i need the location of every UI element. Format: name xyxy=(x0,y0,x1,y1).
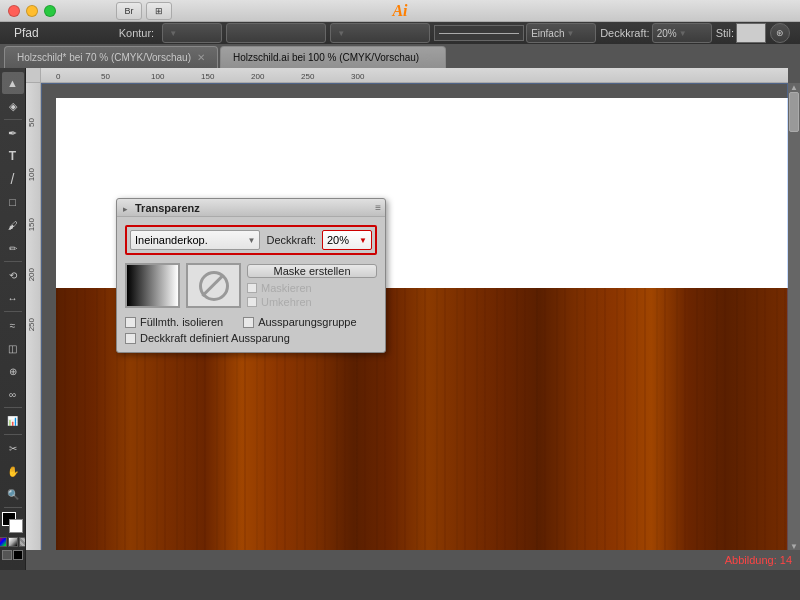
ruler-tick-4: 200 xyxy=(251,72,264,81)
color-swatches[interactable] xyxy=(2,512,24,534)
panel-opacity-input[interactable]: 20% ▼ xyxy=(322,230,372,250)
ruler-tick-6: 300 xyxy=(351,72,364,81)
deckkraft-checkbox[interactable] xyxy=(125,333,136,344)
ruler-corner xyxy=(26,68,41,83)
gradient-mode-btn[interactable] xyxy=(8,537,18,547)
bridge-button[interactable]: Br xyxy=(116,2,142,20)
umkehren-checkbox[interactable] xyxy=(247,297,257,307)
stroke-arrow: ▼ xyxy=(337,29,345,38)
scrollbar-v-down[interactable]: ▼ xyxy=(788,542,800,550)
rotate-tool[interactable]: ⟲ xyxy=(2,264,24,286)
ruler-tick-2: 100 xyxy=(151,72,164,81)
direct-selection-tool[interactable]: ◈ xyxy=(2,95,24,117)
aussparungsgruppe-label: Aussparungsgruppe xyxy=(258,316,356,328)
warp-tool[interactable]: ≈ xyxy=(2,314,24,336)
normal-view-btn[interactable] xyxy=(2,550,12,560)
menu-item-pfad[interactable]: Pfad xyxy=(10,24,43,42)
maximize-button[interactable] xyxy=(44,5,56,17)
gradient-tool[interactable]: ◫ xyxy=(2,337,24,359)
panel-bottom-checkboxes: Füllmth. isolieren Aussparungsgruppe Dec… xyxy=(125,316,377,344)
thumbnails-row: Maske erstellen Maskieren Umkehren xyxy=(125,263,377,308)
maskieren-checkbox[interactable] xyxy=(247,283,257,293)
panel-opacity-value: 20% xyxy=(327,234,349,246)
scrollbar-v-thumb[interactable] xyxy=(789,92,799,132)
panel-close-icon[interactable]: ▸ xyxy=(123,204,131,212)
thumb-prohibit-img xyxy=(188,265,239,306)
opacity-value: 20% xyxy=(657,28,677,39)
ruler-vertical: 50 100 150 200 250 xyxy=(26,83,41,558)
ruler-v-tick-250: 250 xyxy=(27,318,36,331)
ruler-tick-3: 150 xyxy=(201,72,214,81)
tool-separator-5 xyxy=(4,434,22,435)
tab-0-close[interactable]: ✕ xyxy=(197,52,205,63)
stil-label: Stil: xyxy=(716,27,734,39)
stroke-swatch[interactable] xyxy=(9,519,23,533)
blend-mode-dropdown[interactable]: Ineinanderkop. ▼ xyxy=(130,230,260,250)
stroke-input[interactable] xyxy=(226,23,326,43)
scrollbar-vertical[interactable]: ▲ ▼ xyxy=(788,83,800,550)
line-tool[interactable]: / xyxy=(2,168,24,190)
stroke-preview xyxy=(434,25,524,41)
fuellmth-checkbox[interactable] xyxy=(125,317,136,328)
main-layout: ▲ ◈ ✒ T / □ 🖌 ✏ ⟲ ↔ ≈ ◫ ⊕ ∞ 📊 ✂ ✋ 🔍 xyxy=(0,68,800,570)
close-button[interactable] xyxy=(8,5,20,17)
eyedropper-tool[interactable]: ⊕ xyxy=(2,360,24,382)
tab-1-label: Holzschild.ai bei 100 % (CMYK/Vorschau) xyxy=(233,52,419,63)
panel-titlebar: ▸ Transparenz ≡ xyxy=(117,199,385,217)
pen-tool[interactable]: ✒ xyxy=(2,122,24,144)
ruler-v-tick-200: 200 xyxy=(27,268,36,281)
color-mode-btn[interactable] xyxy=(0,537,7,547)
minimize-button[interactable] xyxy=(26,5,38,17)
arrange-button[interactable]: ⊞ xyxy=(146,2,172,20)
prohibit-icon xyxy=(199,271,229,301)
rectangle-tool[interactable]: □ xyxy=(2,191,24,213)
options-button[interactable]: ⊛ xyxy=(770,23,790,43)
ruler-v-tick-100: 100 xyxy=(27,168,36,181)
mask-create-button[interactable]: Maske erstellen xyxy=(247,264,377,278)
zoom-tool[interactable]: 🔍 xyxy=(2,483,24,505)
stroke-style-value: Einfach xyxy=(531,28,564,39)
ruler-h-ticks: 0 50 100 150 200 250 300 xyxy=(56,68,788,82)
blend-mode-value: Ineinanderkop. xyxy=(135,234,208,246)
stroke-dropdown[interactable]: ▼ xyxy=(330,23,430,43)
options-icon: ⊛ xyxy=(776,28,784,38)
maskieren-row: Maskieren xyxy=(247,282,377,294)
title-extras: Br ⊞ xyxy=(116,2,172,20)
tab-1[interactable]: Holzschild.ai bei 100 % (CMYK/Vorschau) … xyxy=(220,46,446,68)
scrollbar-v-up[interactable]: ▲ xyxy=(788,83,800,91)
fullscreen-view-btn[interactable] xyxy=(13,550,23,560)
scale-tool[interactable]: ↔ xyxy=(2,287,24,309)
thumbnail-gradient[interactable] xyxy=(125,263,180,308)
type-tool[interactable]: T xyxy=(2,145,24,167)
column-graph-tool[interactable]: 📊 xyxy=(2,410,24,432)
tab-0-label: Holzschild* bei 70 % (CMYK/Vorschau) xyxy=(17,52,191,63)
status-caption: Abbildung: 14 xyxy=(725,554,792,566)
kontur-dropdown[interactable]: ▼ xyxy=(162,23,222,43)
ruler-v-ticks: 50 100 150 200 250 xyxy=(26,83,40,558)
thumbnail-mask[interactable] xyxy=(186,263,241,308)
pencil-tool[interactable]: ✏ xyxy=(2,237,24,259)
blend-opacity-row: Ineinanderkop. ▼ Deckkraft: 20% ▼ xyxy=(125,225,377,255)
aussparungsgruppe-checkbox[interactable] xyxy=(243,317,254,328)
stroke-style-dropdown[interactable]: Einfach ▼ xyxy=(526,23,596,43)
canvas-area: 0 50 100 150 200 250 300 50 100 150 200 … xyxy=(26,68,800,570)
mask-options: Maskieren Umkehren xyxy=(247,282,377,308)
maskieren-label: Maskieren xyxy=(261,282,312,294)
deckkraft-label: Deckkraft definiert Aussparung xyxy=(140,332,290,344)
scissors-tool[interactable]: ✂ xyxy=(2,437,24,459)
none-mode-btn[interactable] xyxy=(19,537,27,547)
traffic-lights xyxy=(8,5,56,17)
tab-0[interactable]: Holzschild* bei 70 % (CMYK/Vorschau) ✕ xyxy=(4,46,218,68)
tool-separator-6 xyxy=(4,507,22,508)
tool-separator-2 xyxy=(4,261,22,262)
selection-tool[interactable]: ▲ xyxy=(2,72,24,94)
ruler-horizontal: 0 50 100 150 200 250 300 xyxy=(41,68,788,83)
paintbrush-tool[interactable]: 🖌 xyxy=(2,214,24,236)
style-swatch[interactable] xyxy=(736,23,766,43)
blend-tool[interactable]: ∞ xyxy=(2,383,24,405)
panel-menu-button[interactable]: ≡ xyxy=(375,202,381,213)
tool-separator-1 xyxy=(4,119,22,120)
hand-tool[interactable]: ✋ xyxy=(2,460,24,482)
opacity-dropdown[interactable]: 20% ▼ xyxy=(652,23,712,43)
tab-1-close[interactable]: ✕ xyxy=(425,52,433,63)
